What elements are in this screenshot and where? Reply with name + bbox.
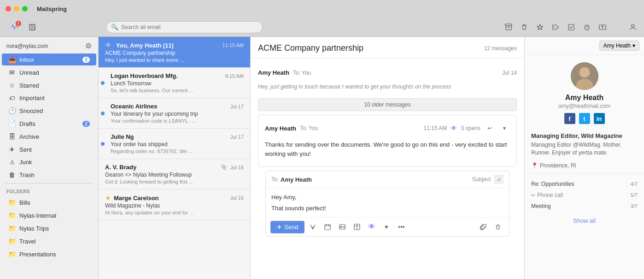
email-preview-3: Your confirmation code is LSANYL - ... bbox=[105, 118, 244, 124]
template-button[interactable] bbox=[351, 220, 363, 233]
email-detail-subject: ACME Company partnership bbox=[258, 43, 363, 53]
email-item-2[interactable]: Logan Hoverboard Mfg. 9:15 AM Lunch Tomo… bbox=[99, 68, 250, 98]
location-pin-icon: 📍 bbox=[531, 162, 538, 169]
thread-item-2[interactable]: ↩Phone call 5/7 bbox=[531, 190, 638, 201]
sidebar-item-archive[interactable]: 🗄 Archive bbox=[2, 131, 96, 142]
thread-item-3[interactable]: Meeting 3/7 bbox=[531, 201, 638, 212]
sidebar-item-travel[interactable]: 📁 Travel bbox=[2, 235, 96, 247]
send-button[interactable]: ✈ Send bbox=[270, 221, 304, 233]
twitter-button[interactable]: t bbox=[579, 113, 590, 124]
compose-body[interactable]: Hey Amy, That sounds perfect! bbox=[266, 188, 509, 217]
compose-subject-label: Subject bbox=[472, 176, 491, 183]
svg-point-18 bbox=[632, 24, 634, 27]
svg-point-25 bbox=[341, 226, 342, 226]
more-compose-button[interactable]: ••• bbox=[395, 220, 408, 233]
avatar-image bbox=[571, 62, 598, 90]
facebook-button[interactable]: f bbox=[564, 113, 575, 124]
drafts-icon: 📄 bbox=[8, 120, 16, 127]
star-toolbar-button[interactable] bbox=[533, 20, 547, 35]
tracking-button[interactable]: 👁 bbox=[365, 220, 378, 233]
sidebar-item-junk[interactable]: ⚠ Junk bbox=[2, 156, 96, 168]
linkedin-button[interactable]: in bbox=[594, 113, 605, 124]
sidebar: nora@nylas.com ⚙ 📥 Inbox 3 ✉ Unread ☆ St… bbox=[0, 37, 99, 279]
compose-toolbar: ✈ Send 👁 ✦ bbox=[266, 217, 509, 236]
more-actions-button[interactable]: ▾ bbox=[499, 123, 510, 134]
image-button[interactable] bbox=[336, 220, 349, 233]
sidebar-item-starred[interactable]: ☆ Starred bbox=[2, 79, 96, 91]
email-subject-6: Wild Magazine - Nylas bbox=[105, 202, 244, 209]
activity-badge: 1 bbox=[16, 21, 21, 26]
email-subject-3: Your itinerary for your upcoming trip bbox=[105, 111, 244, 117]
sidebar-item-unread[interactable]: ✉ Unread bbox=[2, 66, 96, 78]
folder-icon-5: 📁 bbox=[8, 250, 16, 258]
message-to-1: To: You bbox=[293, 70, 311, 76]
mark-toolbar-button[interactable] bbox=[564, 20, 579, 35]
snoozed-icon: 🕐 bbox=[8, 107, 16, 114]
email-item-1[interactable]: 👁 You, Amy Heath (11) 📎 11:15 AM ACME Co… bbox=[99, 37, 250, 68]
star-icon bbox=[536, 24, 544, 31]
archive-toolbar-button[interactable] bbox=[501, 20, 516, 35]
snooze-toolbar-button[interactable] bbox=[580, 20, 594, 35]
email-sender-1: You, Amy Heath (11) bbox=[116, 42, 174, 49]
maximize-button[interactable] bbox=[22, 6, 28, 12]
person-icon bbox=[629, 24, 637, 31]
minimize-button[interactable] bbox=[14, 6, 19, 12]
delete-toolbar-button[interactable] bbox=[517, 20, 532, 35]
reply-button[interactable]: ↩ bbox=[484, 123, 495, 134]
filter-button[interactable]: ⚙ bbox=[85, 42, 92, 50]
close-button[interactable] bbox=[6, 6, 11, 12]
compose-expand-button[interactable]: ⤢ bbox=[494, 175, 503, 184]
sidebar-toolbar: 1 bbox=[4, 20, 102, 35]
email-item-5[interactable]: A. V. Brady 📎 Jul 16 Gearon <> Nylas Mee… bbox=[99, 159, 250, 190]
sidebar-item-inbox[interactable]: 📥 Inbox 3 bbox=[2, 53, 96, 65]
contact-selector[interactable]: Amy Heath ▾ bbox=[599, 41, 639, 51]
mark-icon bbox=[568, 24, 575, 31]
email-item-6[interactable]: ★ Marge Carelson Jul 16 Wild Magazine - … bbox=[99, 190, 250, 220]
collapsed-messages-bar[interactable]: 10 older messages bbox=[258, 98, 517, 111]
search-input[interactable] bbox=[121, 24, 258, 30]
email-time-5: Jul 16 bbox=[230, 165, 244, 170]
message-body-2: Thanks for sending over the documents. W… bbox=[265, 137, 510, 162]
contact-selector-label: Amy Heath bbox=[603, 42, 631, 49]
sidebar-item-presentations[interactable]: 📁 Presentations bbox=[2, 248, 96, 260]
attachment-button[interactable] bbox=[477, 220, 490, 233]
sidebar-item-trash[interactable]: 🗑 Trash bbox=[2, 169, 96, 181]
schedule-button[interactable] bbox=[321, 220, 334, 233]
sidebar-item-bills[interactable]: 📁 Bills bbox=[2, 196, 96, 208]
sidebar-item-nylas-internal[interactable]: 📁 Nylas-Internal bbox=[2, 209, 96, 221]
folders-header: Folders bbox=[0, 185, 98, 196]
contact-bio-section: Managing Editor, Wild Magazine Managing … bbox=[525, 129, 644, 160]
compose-icon bbox=[29, 24, 36, 31]
email-item-3[interactable]: Oceanic Airlines Jul 17 Your itinerary f… bbox=[99, 98, 250, 129]
sidebar-item-drafts[interactable]: 📄 Drafts 2 bbox=[2, 118, 96, 130]
email-sender-4: Julie Ng bbox=[111, 133, 134, 140]
search-bar[interactable]: 🔍 bbox=[106, 21, 263, 33]
email-preview-1: Hey, I just wanted to share some ... bbox=[105, 57, 244, 63]
label-toolbar-button[interactable] bbox=[548, 20, 563, 35]
email-item-4[interactable]: Julie Ng Jul 17 Your order has shipped R… bbox=[99, 129, 250, 159]
email-detail-header: ACME Company partnership 12 messages bbox=[251, 37, 524, 58]
thread-label-3: Meeting bbox=[531, 203, 551, 209]
window-controls[interactable] bbox=[6, 6, 28, 12]
sidebar-item-snoozed[interactable]: 🕐 Snoozed bbox=[2, 105, 96, 117]
sidebar-item-important[interactable]: 🏷 Important bbox=[2, 92, 96, 104]
thread-count-1: 4/7 bbox=[631, 181, 638, 187]
email-list: 👁 You, Amy Heath (11) 📎 11:15 AM ACME Co… bbox=[99, 37, 251, 279]
activity-button[interactable]: 1 bbox=[7, 20, 22, 35]
send-later-button[interactable]: ✦ bbox=[380, 220, 393, 233]
format-button[interactable] bbox=[306, 220, 319, 233]
show-all-button[interactable]: Show all bbox=[525, 214, 644, 228]
message-to-2: To: You bbox=[300, 125, 318, 131]
compose-button[interactable] bbox=[25, 20, 40, 35]
email-sender-5: A. V. Brady bbox=[105, 164, 136, 171]
delete-compose-button[interactable] bbox=[492, 220, 504, 233]
format-icon bbox=[310, 224, 316, 230]
message-sender-1: Amy Heath bbox=[258, 69, 289, 76]
move-toolbar-button[interactable] bbox=[595, 20, 610, 35]
svg-marker-8 bbox=[537, 24, 543, 30]
contact-info-button[interactable] bbox=[626, 20, 640, 35]
message-header-1: Amy Heath To: You Jul 14 bbox=[258, 66, 517, 79]
sidebar-item-sent[interactable]: ✈ Sent bbox=[2, 143, 96, 155]
sidebar-item-nylas-trips[interactable]: 📁 Nylas Trips bbox=[2, 222, 96, 234]
thread-item-1[interactable]: Re: Opportunities 4/7 bbox=[531, 178, 638, 190]
